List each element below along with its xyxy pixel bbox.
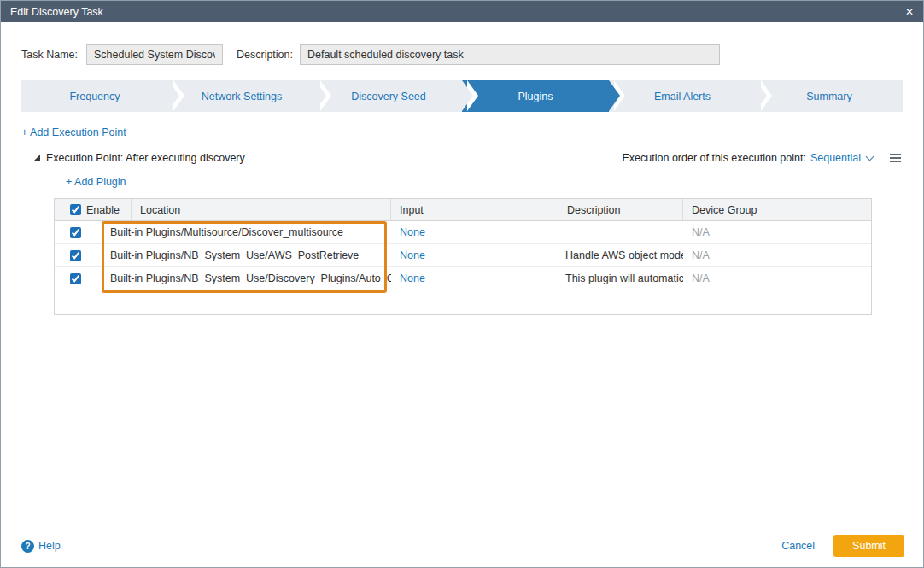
execution-order-value[interactable]: Sequential <box>810 152 861 164</box>
add-execution-point-link[interactable]: + Add Execution Point <box>21 126 126 138</box>
tab-plugins[interactable]: Plugins <box>462 80 609 112</box>
dialog-footer: ? Help Cancel Submit <box>21 535 904 557</box>
plugin-device-group: N/A <box>683 249 871 261</box>
plugin-location: Built-in Plugins/Multisource/Discover_mu… <box>102 226 391 238</box>
tab-frequency[interactable]: Frequency <box>21 80 168 112</box>
execution-point-title: Execution Point: After executing discove… <box>46 152 245 164</box>
plugin-description: This plugin will automatic... <box>558 272 683 284</box>
row-checkbox-cell <box>55 250 102 261</box>
table-row: Built-in Plugins/NB_System_Use/Discovery… <box>55 267 871 290</box>
tab-email-alerts[interactable]: Email Alerts <box>609 80 756 112</box>
enable-checkbox[interactable] <box>70 250 81 261</box>
collapse-triangle-icon[interactable] <box>33 155 40 161</box>
table-header-row: Enable Location Input Description Device… <box>55 199 871 221</box>
footer-actions: Cancel Submit <box>781 535 904 557</box>
chevron-down-icon[interactable] <box>866 153 874 161</box>
table-empty-area <box>55 290 871 314</box>
plugin-description: Handle AWS object mode... <box>558 249 683 261</box>
cancel-button[interactable]: Cancel <box>781 540 815 552</box>
header-location: Location <box>132 199 391 220</box>
close-icon[interactable]: ✕ <box>905 7 914 17</box>
table-row: Built-in Plugins/Multisource/Discover_mu… <box>55 221 871 244</box>
tab-discovery-seed[interactable]: Discovery Seed <box>315 80 462 112</box>
task-form-row: Task Name: Description: <box>21 44 903 65</box>
execution-order-label: Execution order of this execution point: <box>623 152 806 164</box>
tab-network-settings[interactable]: Network Settings <box>168 80 315 112</box>
dialog-title: Edit Discovery Task <box>10 6 103 18</box>
help-label: Help <box>38 540 61 552</box>
add-plugin-link[interactable]: + Add Plugin <box>66 176 126 188</box>
dialog-titlebar: Edit Discovery Task ✕ <box>1 1 923 22</box>
menu-icon[interactable] <box>890 157 901 159</box>
dialog-body: Task Name: Description: Frequency Networ… <box>1 44 923 315</box>
plugin-device-group: N/A <box>683 226 871 238</box>
table-row: Built-in Plugins/NB_System_Use/AWS_PostR… <box>55 244 871 267</box>
submit-button[interactable]: Submit <box>833 535 904 557</box>
help-link[interactable]: ? Help <box>21 540 61 553</box>
edit-discovery-task-dialog: Edit Discovery Task ✕ Task Name: Descrip… <box>0 0 924 568</box>
tab-summary[interactable]: Summary <box>756 80 903 112</box>
row-checkbox-cell <box>55 273 102 284</box>
enable-all-checkbox[interactable] <box>70 204 81 215</box>
execution-point-header: Execution Point: After executing discove… <box>33 152 903 164</box>
plugin-input-link[interactable]: None <box>391 272 558 284</box>
plugin-input-link[interactable]: None <box>391 249 558 261</box>
header-description: Description <box>558 199 683 220</box>
header-input: Input <box>391 199 558 220</box>
row-checkbox-cell <box>55 227 102 238</box>
header-device-group: Device Group <box>683 199 871 220</box>
task-name-input[interactable] <box>86 44 223 65</box>
enable-checkbox[interactable] <box>70 273 81 284</box>
plugin-device-group: N/A <box>683 272 871 284</box>
enable-checkbox[interactable] <box>70 227 81 238</box>
help-icon: ? <box>21 540 34 553</box>
plugin-table: Enable Location Input Description Device… <box>54 198 872 315</box>
task-name-label: Task Name: <box>21 49 78 61</box>
plugin-input-link[interactable]: None <box>391 226 558 238</box>
plugin-location: Built-in Plugins/NB_System_Use/Discovery… <box>102 272 391 284</box>
header-enable: Enable <box>55 199 132 220</box>
description-input[interactable] <box>300 44 720 65</box>
wizard-tabs: Frequency Network Settings Discovery See… <box>21 80 903 112</box>
plugin-location: Built-in Plugins/NB_System_Use/AWS_PostR… <box>102 249 391 261</box>
description-label: Description: <box>237 49 293 61</box>
